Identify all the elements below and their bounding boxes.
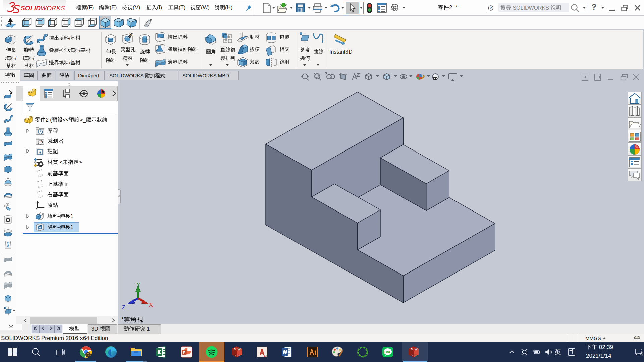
svg-text:LINE: LINE xyxy=(384,350,391,354)
svg-text:Z: Z xyxy=(122,304,125,310)
svg-text:Y: Y xyxy=(136,281,140,288)
svg-text:LT: LT xyxy=(264,354,267,357)
svg-text:2016: 2016 xyxy=(234,354,240,357)
svg-text:2016: 2016 xyxy=(411,354,417,357)
svg-text:S: S xyxy=(411,348,413,351)
svg-text:S: S xyxy=(234,348,236,351)
svg-text:X: X xyxy=(149,302,153,308)
svg-text:W: W xyxy=(415,348,418,351)
svg-text:W: W xyxy=(238,348,241,351)
